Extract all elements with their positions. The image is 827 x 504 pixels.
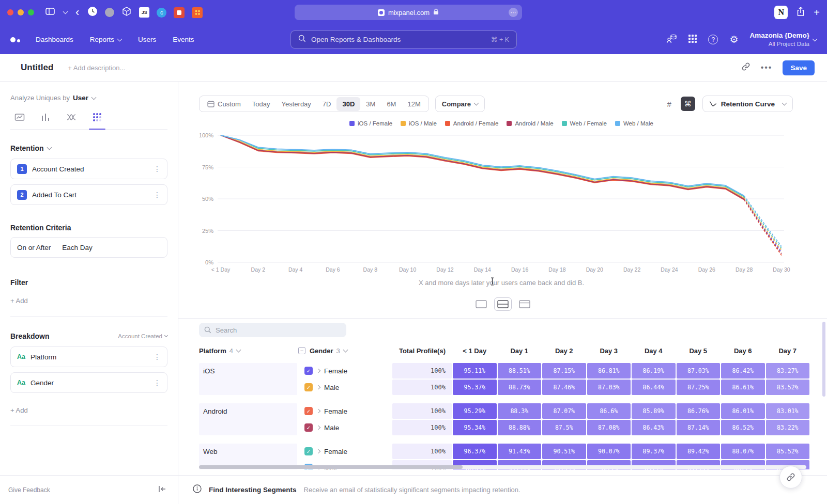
analyze-entity-dropdown[interactable]: User: [73, 94, 96, 102]
chevron-right-icon[interactable]: [316, 426, 320, 430]
range-12m[interactable]: 12M: [402, 97, 426, 111]
annotations-icon[interactable]: #: [662, 97, 677, 111]
tab-funnels[interactable]: [36, 109, 55, 129]
retention-cell[interactable]: 86.19%: [632, 363, 676, 379]
chart-only-toggle[interactable]: [472, 297, 490, 311]
retention-cell[interactable]: 86.42%: [721, 363, 765, 379]
user-data-icon[interactable]: [666, 34, 677, 46]
global-search[interactable]: Open Reports & Dashboards ⌘ + K: [290, 30, 517, 49]
chevron-right-icon[interactable]: [316, 449, 320, 453]
collapse-sidebar-icon[interactable]: [158, 485, 166, 495]
retention-cell[interactable]: 86.81%: [587, 363, 631, 379]
retention-cell[interactable]: 86.44%: [632, 380, 676, 395]
retention-cell[interactable]: 86.6%: [587, 403, 631, 419]
notion-extension-icon[interactable]: N: [774, 6, 788, 19]
apps-grid-icon[interactable]: [688, 35, 697, 45]
retention-cell[interactable]: 90.51%: [542, 444, 586, 459]
add-filter-button[interactable]: + Add: [10, 297, 167, 305]
address-more-icon[interactable]: ⋯: [509, 8, 518, 17]
day-column-header-6[interactable]: Day 6: [721, 347, 765, 355]
retention-cell[interactable]: 89.37%: [632, 444, 676, 459]
zoom-window-button[interactable]: [28, 9, 34, 15]
settings-gear-icon[interactable]: ⚙: [729, 35, 738, 44]
browser-sidebar-icon[interactable]: [45, 7, 55, 18]
breakdown-gender[interactable]: Aa Gender ⋮: [10, 372, 167, 393]
retention-cell[interactable]: 87.03%: [677, 363, 721, 379]
retention-cell[interactable]: 87.15%: [542, 363, 586, 379]
select-all-checkbox[interactable]: −: [298, 347, 305, 354]
nav-users[interactable]: Users: [138, 36, 156, 43]
day-column-header-0[interactable]: < 1 Day: [453, 347, 497, 355]
retention-cell[interactable]: 83.22%: [766, 420, 810, 435]
retention-cell[interactable]: 85.52%: [766, 444, 810, 459]
retention-cell[interactable]: 95.37%: [453, 380, 497, 395]
retention-cell[interactable]: 86.52%: [721, 420, 765, 435]
platform-cell-android[interactable]: Android: [199, 403, 297, 435]
package-extension-icon[interactable]: [121, 6, 132, 19]
day-column-header-2[interactable]: Day 2: [542, 347, 586, 355]
chart-type-dropdown[interactable]: Retention Curve: [702, 96, 793, 112]
nav-reports[interactable]: Reports: [90, 36, 121, 43]
chevron-right-icon[interactable]: [316, 385, 320, 389]
step-account-created[interactable]: 1 Account Created ⋮: [10, 159, 167, 179]
range-30d[interactable]: 30D: [336, 97, 360, 111]
legend-item-ios-male[interactable]: iOS / Male: [401, 120, 437, 127]
compare-button[interactable]: Compare: [435, 96, 485, 112]
more-options-icon[interactable]: •••: [761, 63, 773, 72]
retention-cell[interactable]: 87.46%: [542, 380, 586, 395]
platform-column-header[interactable]: Platform 4: [199, 347, 297, 355]
gender-cell[interactable]: ✓Male: [298, 380, 391, 395]
gender-checkbox[interactable]: ✓: [304, 367, 313, 375]
tab-overview-chevron-icon[interactable]: [63, 9, 68, 14]
legend-item-web-male[interactable]: Web / Male: [615, 120, 653, 127]
tab-retention[interactable]: [88, 109, 106, 129]
back-button[interactable]: ‹: [75, 7, 79, 18]
criteria-condition-select[interactable]: On or After: [17, 244, 51, 251]
day-column-header-4[interactable]: Day 4: [632, 347, 676, 355]
share-icon[interactable]: [796, 6, 805, 19]
retention-cell[interactable]: 83.01%: [766, 403, 810, 419]
minimize-window-button[interactable]: [18, 9, 24, 15]
retention-cell[interactable]: 89.42%: [677, 444, 721, 459]
nav-dashboards[interactable]: Dashboards: [36, 36, 73, 43]
retention-cell[interactable]: 87.07%: [542, 403, 586, 419]
gender-column-header[interactable]: − Gender 3: [298, 347, 391, 355]
keyboard-shortcuts-icon[interactable]: ⌘: [681, 97, 695, 111]
split-view-toggle[interactable]: [494, 297, 512, 311]
blue-extension-icon[interactable]: c: [157, 8, 166, 18]
gender-checkbox[interactable]: ✓: [304, 447, 313, 455]
range-yesterday[interactable]: Yesterday: [276, 97, 317, 111]
copy-link-icon[interactable]: [741, 62, 751, 73]
nav-events[interactable]: Events: [173, 36, 194, 43]
add-breakdown-button[interactable]: + Add: [10, 406, 167, 414]
project-switcher[interactable]: Amazonia {Demo} All Project Data: [749, 32, 817, 48]
tab-flows[interactable]: [62, 109, 81, 129]
gender-checkbox[interactable]: ✓: [304, 407, 313, 415]
gender-checkbox[interactable]: ✓: [304, 383, 313, 391]
share-link-fab[interactable]: [779, 466, 802, 489]
horizontal-scrollbar-thumb[interactable]: [199, 465, 463, 469]
retention-cell[interactable]: 95.11%: [453, 363, 497, 379]
platform-cell-ios[interactable]: iOS: [199, 363, 297, 395]
retention-cell[interactable]: 87.5%: [542, 420, 586, 435]
day-column-header-3[interactable]: Day 3: [587, 347, 631, 355]
retention-cell[interactable]: 95.34%: [453, 420, 497, 435]
retention-cell[interactable]: 85.89%: [632, 403, 676, 419]
save-button[interactable]: Save: [783, 60, 815, 75]
breakdown-options-icon[interactable]: ⋮: [154, 379, 161, 387]
breakdown-scope-dropdown[interactable]: Account Created: [118, 333, 167, 339]
table-search-input[interactable]: [199, 323, 346, 337]
legend-item-android-female[interactable]: Android / Female: [445, 120, 499, 127]
breakdown-platform[interactable]: Aa Platform ⋮: [10, 346, 167, 367]
retention-cell[interactable]: 95.29%: [453, 403, 497, 419]
mixpanel-logo[interactable]: [10, 37, 20, 42]
legend-item-ios-female[interactable]: iOS / Female: [349, 120, 392, 127]
retention-cell[interactable]: 86.43%: [632, 420, 676, 435]
retention-cell[interactable]: 87.14%: [677, 420, 721, 435]
history-extension-icon[interactable]: [87, 6, 98, 19]
step-options-icon[interactable]: ⋮: [154, 191, 161, 199]
js-extension-icon[interactable]: JS: [139, 7, 149, 18]
orange-extension-icon[interactable]: [192, 7, 203, 18]
day-column-header-1[interactable]: Day 1: [498, 347, 542, 355]
retention-cell[interactable]: 88.3%: [498, 403, 542, 419]
